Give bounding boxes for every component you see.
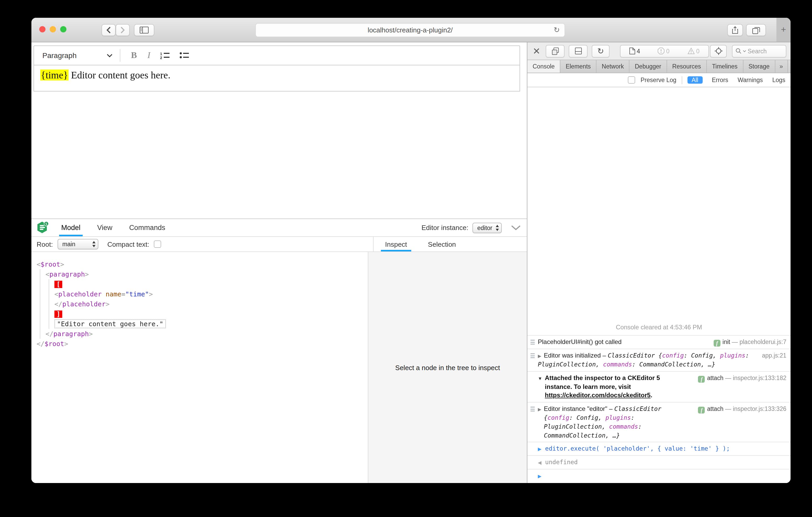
disclosure-triangle-icon[interactable]: ▶ (538, 407, 541, 412)
split-pane-icon (575, 48, 582, 54)
tree-node[interactable]: </placeholder> (31, 299, 368, 309)
minimize-window-button[interactable] (50, 26, 56, 32)
collapse-inspector-button[interactable] (511, 225, 521, 230)
devtools-tab-timelines[interactable]: Timelines (707, 60, 744, 73)
forward-icon (120, 27, 125, 33)
inspector-tab-inspect[interactable]: Inspect (384, 237, 408, 251)
new-tab-button[interactable]: + (776, 18, 790, 42)
placeholder-widget[interactable]: {time} (40, 69, 68, 81)
devtools-tab-elements[interactable]: Elements (560, 60, 597, 73)
back-button[interactable] (102, 24, 116, 36)
browser-titlebar: localhost/creating-a-plugin2/ ↻ + (31, 18, 790, 42)
bold-button[interactable]: B (131, 50, 137, 61)
page-resource-count[interactable]: 4 (630, 48, 640, 54)
split-console-button[interactable] (569, 45, 587, 57)
console-link[interactable]: https://ckeditor.com/docs/ckeditor5 (545, 392, 650, 399)
console-source-location[interactable]: app.js:21 (762, 351, 786, 360)
editor-instance-select[interactable]: editor (472, 222, 502, 233)
sidebar-toggle-button[interactable] (134, 24, 154, 36)
console-message[interactable]: finit — placeholderui.js:7PlaceholderUI#… (527, 335, 790, 349)
preserve-log-checkbox[interactable] (628, 76, 635, 84)
devtools-tab-resources[interactable]: Resources (667, 60, 707, 73)
console-text: Editor was initialized (544, 352, 601, 359)
console-result-icon: ◀ (538, 460, 542, 465)
console-source-location[interactable]: finit — placeholderui.js:7 (714, 338, 786, 347)
tree-node[interactable]: <placeholder name="time"> (31, 289, 368, 299)
tree-token-marker: ] (54, 310, 62, 318)
web-page: Paragraph B I 12 {time} Editor content g… (31, 42, 527, 483)
ckeditor-editable-area[interactable]: {time} Editor content goes here. (33, 64, 520, 91)
disclosure-triangle-icon[interactable]: ▼ (538, 376, 542, 381)
inspector-tab-model[interactable]: Model (60, 219, 82, 236)
tree-token-b: > (60, 260, 64, 268)
warning-count[interactable]: 0 (687, 48, 699, 54)
error-count[interactable]: 0 (658, 48, 670, 54)
sidebar-icon (140, 27, 149, 33)
crosshair-icon (715, 47, 722, 55)
console-filter-errors[interactable]: Errors (712, 77, 728, 83)
bulleted-list-button[interactable] (180, 52, 190, 59)
tree-node[interactable]: [ (31, 279, 368, 289)
console-message[interactable]: fattach — inspector.js:133:182▼Attached … (527, 371, 790, 402)
add-tab-button[interactable]: + (788, 60, 790, 73)
console-log-icon (530, 354, 535, 359)
console-source-location[interactable]: fattach — inspector.js:133:182 (698, 374, 786, 383)
ckeditor-inspector-panel: 5 ModelViewCommands Editor instance: edi… (31, 218, 527, 483)
forward-button[interactable] (116, 24, 130, 36)
tree-token-b: > (89, 330, 93, 338)
root-select[interactable]: main (58, 239, 98, 249)
search-options-chevron-icon (743, 50, 746, 52)
tree-guide-line (40, 269, 40, 339)
devtools-tab-storage[interactable]: Storage (743, 60, 775, 73)
console-input[interactable]: ▶editor.execute( 'placeholder', { value:… (527, 442, 790, 456)
compact-text-checkbox[interactable] (154, 240, 162, 248)
numbered-list-button[interactable]: 12 (161, 52, 170, 59)
chevron-down-icon[interactable] (107, 54, 113, 57)
console-message[interactable]: app.js:21▶Editor was initialized – Class… (527, 349, 790, 371)
console-text: editor.execute( 'placeholder', { value: … (545, 445, 730, 452)
disclosure-triangle-icon[interactable]: ▶ (538, 354, 541, 359)
dock-side-button[interactable] (546, 45, 564, 57)
share-button[interactable] (727, 24, 743, 36)
tree-node[interactable]: ] (31, 309, 368, 319)
devtools-tab-console[interactable]: Console (527, 60, 560, 73)
close-devtools-button[interactable] (534, 48, 540, 54)
element-picker-button[interactable] (710, 45, 727, 57)
devtools-search-field[interactable]: Search (732, 45, 786, 57)
reload-icon[interactable]: ↻ (554, 26, 560, 34)
paragraph-dropdown[interactable]: Paragraph (42, 51, 77, 60)
tree-token-b: > (85, 270, 89, 278)
italic-button[interactable]: I (147, 50, 150, 61)
inspector-tab-view[interactable]: View (96, 219, 114, 236)
resource-status-group[interactable]: 4 0 0 (620, 45, 709, 57)
devtools-tab-debugger[interactable]: Debugger (630, 60, 667, 73)
close-window-button[interactable] (39, 26, 46, 32)
tree-node[interactable]: <$root> (31, 259, 368, 269)
console-text: : Config, (569, 414, 606, 421)
console-filter-logs[interactable]: Logs (772, 77, 785, 83)
console-filter-warnings[interactable]: Warnings (738, 77, 763, 83)
model-tree[interactable]: <$root><paragraph>[<placeholder name="ti… (31, 252, 368, 483)
tree-node[interactable]: </paragraph> (31, 329, 368, 339)
console-pane[interactable]: Console cleared at 4:53:46 PM finit — pl… (527, 87, 790, 483)
tab-overflow-button[interactable]: » (775, 60, 788, 73)
tree-node[interactable]: "Editor content goes here." (31, 319, 368, 329)
zoom-window-button[interactable] (60, 26, 66, 32)
svg-text:5: 5 (45, 222, 47, 226)
console-input-empty[interactable]: ▶ (527, 469, 790, 483)
console-source-location[interactable]: fattach — inspector.js:133:326 (698, 405, 786, 414)
address-bar[interactable]: localhost/creating-a-plugin2/ ↻ (255, 23, 565, 37)
inspector-tab-selection[interactable]: Selection (427, 237, 457, 251)
reload-page-button[interactable]: ↻ (592, 45, 610, 57)
editor-instance-label: Editor instance: (422, 224, 468, 232)
inspector-tab-commands[interactable]: Commands (128, 219, 166, 236)
tree-token-b: </ (37, 340, 45, 347)
console-output[interactable]: ◀undefined (527, 455, 790, 469)
tree-node[interactable]: <paragraph> (31, 269, 368, 279)
devtools-tab-network[interactable]: Network (597, 60, 630, 73)
console-message[interactable]: fattach — inspector.js:133:326▶Editor in… (527, 402, 790, 442)
console-filter-all[interactable]: All (688, 76, 703, 84)
tree-node[interactable]: </$root> (31, 339, 368, 349)
tab-overview-button[interactable] (746, 24, 766, 36)
console-text: config (548, 414, 569, 421)
